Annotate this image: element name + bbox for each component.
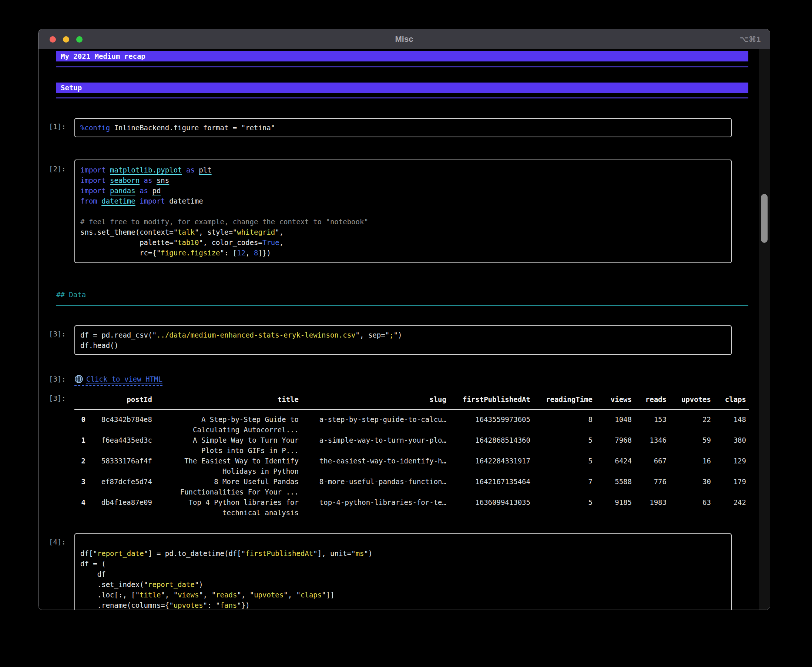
column-header: claps xyxy=(711,394,746,405)
cell-prompt-1: [1]: xyxy=(49,123,66,131)
table-cell-readingTime: 5 xyxy=(530,456,593,466)
table-cell-reads: 153 xyxy=(632,414,666,425)
table-cell-title: 8 More Useful Pandas Functionalities For… xyxy=(152,476,299,497)
table-cell-reads: 667 xyxy=(632,456,666,466)
table-cell-readingTime: 5 xyxy=(530,435,593,445)
code-cell-1[interactable]: %config InlineBackend.figure_format = "r… xyxy=(75,118,732,137)
dataframe-table: postIdtitleslugfirstPublishedAtreadingTi… xyxy=(75,394,749,518)
section-divider xyxy=(56,66,748,67)
column-header: title xyxy=(152,394,299,405)
table-cell-firstPublishedAt: 1642167135464 xyxy=(446,476,530,487)
table-cell-firstPublishedAt: 1636099413035 xyxy=(446,497,530,508)
scrollbar-thumb[interactable] xyxy=(761,194,767,243)
table-cell-readingTime: 7 xyxy=(530,476,593,487)
table-cell-readingTime: 5 xyxy=(530,497,593,508)
code-line xyxy=(80,538,726,548)
code-line: import matplotlib.pyplot as plt xyxy=(80,165,726,175)
table-cell-claps: 129 xyxy=(711,456,746,466)
table-cell-slug: a-simple-way-to-turn-your-plo… xyxy=(299,435,446,445)
table-cell-reads: 1983 xyxy=(632,497,666,508)
view-html-link[interactable]: Click to view HTML xyxy=(75,373,162,386)
scrollbar-track[interactable] xyxy=(759,49,770,610)
column-header: views xyxy=(593,394,632,405)
table-cell-firstPublishedAt: 1642284331917 xyxy=(446,456,530,466)
code-line: from datetime import datetime xyxy=(80,196,726,206)
table-cell-title: The Easiest Way to Identify Holidays in … xyxy=(152,456,299,476)
table-cell-slug: a-step-by-step-guide-to-calcu… xyxy=(299,414,446,425)
table-cell-postId: ef87dcfe5d74 xyxy=(86,476,152,487)
code-line: sns.set_theme(context="talk", style="whi… xyxy=(80,227,726,237)
code-line: rc={"figure.figsize": [12, 8]}) xyxy=(80,247,726,258)
table-cell-idx: 1 xyxy=(75,435,86,445)
table-row: 4db4f1ea87e09Top 4 Python libraries for … xyxy=(75,497,749,518)
section-header-recap: My 2021 Medium recap xyxy=(56,51,748,61)
table-cell-slug: the-easiest-way-to-identify-h… xyxy=(299,456,446,466)
app-window: Misc ⌥⌘1 My 2021 Medium recap Setup [1]:… xyxy=(38,29,770,610)
table-cell-postId: f6ea4435ed3c xyxy=(86,435,152,445)
table-cell-slug: top-4-python-libraries-for-te… xyxy=(299,497,446,508)
table-cell-views: 1048 xyxy=(593,414,632,425)
zoom-button[interactable] xyxy=(76,36,83,43)
window-title: Misc xyxy=(38,35,770,44)
code-line: import seaborn as sns xyxy=(80,175,726,186)
column-header xyxy=(75,394,86,405)
table-cell-upvotes: 59 xyxy=(666,435,711,445)
view-html-link-label: Click to view HTML xyxy=(86,375,162,383)
globe-icon xyxy=(75,375,83,383)
table-cell-claps: 242 xyxy=(711,497,746,508)
column-header: slug xyxy=(299,394,446,405)
table-cell-idx: 3 xyxy=(75,476,86,487)
table-row: 1f6ea4435ed3cA Simple Way to Turn Your P… xyxy=(75,435,749,456)
markdown-heading-data: ## Data xyxy=(56,289,86,300)
code-cell-4[interactable]: df["report_date"] = pd.to_datetime(df["f… xyxy=(75,533,732,610)
heading-divider xyxy=(56,305,748,306)
close-button[interactable] xyxy=(50,36,56,43)
code-line: import pandas as pd xyxy=(80,186,726,196)
table-cell-postId: 58333176af4f xyxy=(86,456,152,466)
table-cell-views: 7968 xyxy=(593,435,632,445)
code-line: # feel free to modify, for example, chan… xyxy=(80,217,726,227)
table-cell-views: 9185 xyxy=(593,497,632,508)
table-cell-idx: 2 xyxy=(75,456,86,466)
section-header-setup: Setup xyxy=(56,83,748,93)
notebook-content: My 2021 Medium recap Setup [1]: %config … xyxy=(38,49,770,610)
code-cell-2[interactable]: import matplotlib.pyplot as pltimport se… xyxy=(75,159,732,263)
table-cell-claps: 148 xyxy=(711,414,746,425)
output-prompt-3: [3]: xyxy=(49,375,66,383)
titlebar[interactable]: Misc ⌥⌘1 xyxy=(38,29,770,49)
table-cell-idx: 4 xyxy=(75,497,86,508)
table-cell-upvotes: 30 xyxy=(666,476,711,487)
table-prompt-3: [3]: xyxy=(49,394,66,402)
table-cell-title: A Step-by-Step Guide to Calculating Auto… xyxy=(152,414,299,435)
code-line: %config InlineBackend.figure_format = "r… xyxy=(80,123,726,133)
code-line: df = ( xyxy=(80,559,726,569)
table-cell-firstPublishedAt: 1643559973605 xyxy=(446,414,530,425)
table-cell-firstPublishedAt: 1642868514360 xyxy=(446,435,530,445)
code-line: df xyxy=(80,569,726,579)
table-cell-upvotes: 63 xyxy=(666,497,711,508)
section-divider xyxy=(56,97,748,98)
code-line: df.head() xyxy=(80,340,726,350)
table-header-divider xyxy=(75,409,749,410)
code-line: df = pd.read_csv("../data/medium-enhance… xyxy=(80,330,726,340)
table-cell-postId: 8c4342b784e8 xyxy=(86,414,152,425)
table-cell-readingTime: 8 xyxy=(530,414,593,425)
code-line: df["report_date"] = pd.to_datetime(df["f… xyxy=(80,548,726,559)
column-header: postId xyxy=(86,394,152,405)
table-row: 08c4342b784e8A Step-by-Step Guide to Cal… xyxy=(75,414,749,435)
table-cell-views: 6424 xyxy=(593,456,632,466)
minimize-button[interactable] xyxy=(63,36,69,43)
table-row: 258333176af4fThe Easiest Way to Identify… xyxy=(75,456,749,476)
table-cell-title: Top 4 Python libraries for technical ana… xyxy=(152,497,299,518)
window-shortcut: ⌥⌘1 xyxy=(740,29,761,49)
code-line: palette="tab10", color_codes=True, xyxy=(80,237,726,247)
table-cell-title: A Simple Way to Turn Your Plots into GIF… xyxy=(152,435,299,456)
table-cell-views: 5588 xyxy=(593,476,632,487)
column-header: upvotes xyxy=(666,394,711,405)
code-cell-3[interactable]: df = pd.read_csv("../data/medium-enhance… xyxy=(75,325,732,355)
table-cell-reads: 776 xyxy=(632,476,666,487)
cell-prompt-2: [2]: xyxy=(49,165,66,173)
column-header: firstPublishedAt xyxy=(446,394,530,405)
table-cell-idx: 0 xyxy=(75,414,86,425)
column-header: reads xyxy=(632,394,666,405)
